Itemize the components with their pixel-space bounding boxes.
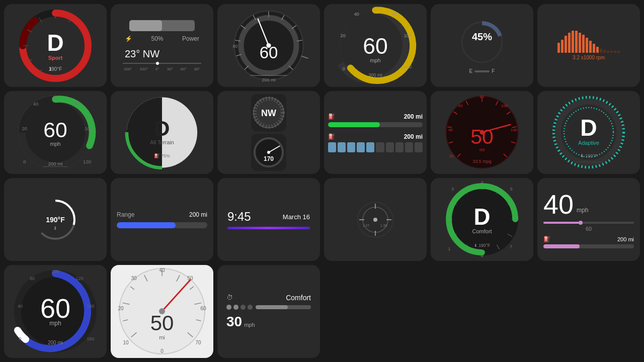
classic-white-widget: 0 10 20 30 40 50 60 70 50 mi: [111, 265, 213, 358]
svg-text:170: 170: [264, 155, 274, 162]
sport-gauge-svg: D Sport 190°F ⬇: [15, 6, 96, 86]
svg-text:40: 40: [17, 304, 22, 309]
svg-text:40: 40: [159, 267, 165, 273]
battery-circle-svg: 45%: [457, 17, 507, 67]
comfort-unit: mph: [244, 322, 255, 328]
svg-text:45%: 45%: [472, 31, 492, 42]
clock-widget: 9:45 March 16: [217, 178, 320, 261]
tick-90: 90°: [194, 67, 200, 71]
blue-ring-svg: 0 40 80 100 120 140 160 60 mph 200 mi: [9, 265, 102, 358]
svg-text:⬇ 190°F: ⬇ 190°F: [580, 153, 597, 158]
svg-text:33.5 mpg: 33.5 mpg: [472, 159, 491, 164]
battery-circle-widget: 45% E F: [431, 4, 533, 87]
svg-text:40: 40: [448, 128, 453, 132]
svg-text:60: 60: [40, 293, 70, 323]
svg-text:200 mi: 200 mi: [262, 77, 275, 82]
fuel-icon-2: ⛽: [543, 236, 550, 242]
date-display: March 16: [283, 213, 310, 221]
svg-text:0: 0: [343, 66, 345, 71]
battery-pct: 50%: [151, 35, 163, 42]
temp-icon: ⬇: [48, 66, 52, 72]
fuel-battery-widget: ⛽ 200 mi ⛽ 200 mi: [324, 91, 427, 174]
battery-icon: ⛽: [328, 133, 335, 140]
range-widget: Range 200 mi: [111, 178, 213, 261]
svg-text:3: 3: [451, 187, 454, 192]
svg-text:140: 140: [510, 128, 517, 132]
svg-text:1.39: 1.39: [380, 224, 387, 227]
compass-fuel-widget: NW 170: [217, 91, 320, 174]
svg-text:10: 10: [123, 340, 129, 345]
svg-text:50: 50: [150, 311, 174, 335]
gear-letter: D: [47, 30, 63, 56]
tick-30: 30°: [167, 67, 173, 71]
compass-heading: 23° NW: [123, 48, 201, 60]
range-label: Range: [117, 211, 134, 218]
sport-gauge-widget: D Sport 190°F ⬇: [4, 4, 107, 87]
fuel-miles-2: 200 mi: [617, 236, 634, 242]
all-terrain-widget: D All Terrain ⛽ 75%: [111, 91, 213, 174]
svg-text:30: 30: [131, 276, 137, 281]
red-speed-widget: 20 40 60 80 100 140 50 mi 33.5 mpg: [431, 91, 533, 174]
svg-text:mph: mph: [49, 320, 61, 327]
svg-text:NW: NW: [261, 108, 276, 118]
svg-text:mi: mi: [159, 334, 165, 340]
adaptive-svg: D Adaptive ⬇ 190°F: [542, 91, 635, 174]
svg-text:20: 20: [449, 154, 453, 158]
svg-text:120: 120: [75, 276, 83, 281]
svg-text:120: 120: [404, 64, 412, 69]
temp-svg: 190°F ⬇: [33, 197, 78, 242]
svg-text:40: 40: [33, 101, 39, 107]
tick-0: 0°: [155, 67, 159, 71]
nw-compass-svg: NW: [251, 95, 286, 130]
svg-text:Adaptive: Adaptive: [578, 140, 599, 146]
svg-text:100: 100: [404, 33, 412, 38]
svg-text:20: 20: [22, 126, 27, 131]
bolt-icon: ⚡: [125, 35, 132, 42]
speed-display: 40: [543, 191, 574, 218]
small-gauge-svg: 170: [251, 135, 286, 170]
svg-text:0: 0: [160, 348, 164, 354]
power-label: Power: [182, 35, 199, 42]
svg-text:D: D: [154, 116, 170, 140]
rpm-bars-widget: 3.2 x1000 rpm: [537, 4, 640, 87]
svg-text:80: 80: [74, 101, 80, 107]
svg-text:All Terrain: All Terrain: [150, 139, 174, 145]
comfort-label: Comfort: [286, 294, 311, 302]
svg-text:⬇: ⬇: [53, 226, 57, 231]
svg-text:7: 7: [510, 244, 512, 249]
classic-speed-widget: 0 40 80 100 120 60 200 mi: [217, 4, 320, 87]
svg-text:60: 60: [373, 7, 378, 12]
svg-line-19: [301, 56, 308, 58]
svg-text:70: 70: [195, 340, 201, 345]
svg-text:190°F: 190°F: [46, 216, 65, 224]
yellow-arc-svg: 0 20 40 60 80 100 120 60 mph 300 mi: [325, 4, 426, 87]
fuel-e-label: E: [469, 68, 473, 74]
svg-point-110: [373, 218, 377, 222]
svg-text:⬇ 190°F: ⬇ 190°F: [474, 243, 490, 248]
svg-text:Comfort: Comfort: [472, 228, 492, 234]
svg-text:60: 60: [200, 306, 206, 311]
time-display: 9:45: [227, 210, 251, 224]
svg-text:mph: mph: [370, 57, 381, 63]
tick-300: 300°: [124, 67, 132, 71]
svg-text:100: 100: [51, 269, 59, 274]
svg-text:0: 0: [23, 159, 26, 164]
svg-text:50: 50: [470, 125, 494, 148]
svg-text:200 mi: 200 mi: [47, 340, 62, 345]
svg-text:80: 80: [29, 276, 34, 281]
svg-text:mph: mph: [50, 141, 61, 147]
svg-point-68: [267, 151, 270, 154]
fuel-icon: ⛽: [328, 113, 335, 120]
svg-text:20: 20: [118, 306, 124, 311]
svg-text:100: 100: [501, 104, 508, 108]
svg-text:120: 120: [83, 159, 92, 164]
svg-text:80: 80: [233, 44, 238, 49]
svg-text:0: 0: [19, 336, 21, 341]
comfort-icon: ⏱: [226, 294, 233, 301]
svg-text:60: 60: [458, 104, 462, 108]
yellow-arc-widget: 0 20 40 60 80 100 120 60 mph 300 mi: [324, 4, 427, 87]
svg-text:D: D: [473, 204, 490, 230]
range-miles: 200 mi: [189, 211, 207, 218]
all-terrain-svg: D All Terrain ⛽ 75%: [112, 91, 212, 174]
svg-text:60: 60: [260, 43, 278, 62]
